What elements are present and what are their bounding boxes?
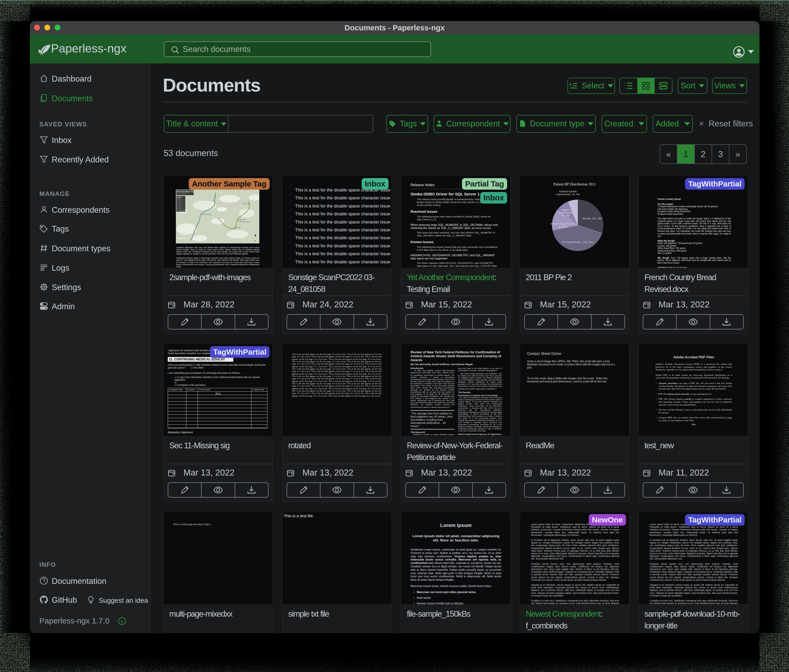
svg-text:Google Earth: Google Earth [177, 237, 189, 239]
svg-text:Castle Island: Castle Island [233, 227, 241, 228]
svg-text:Half Day Island: Half Day Island [237, 219, 246, 220]
svg-text:Legend: Legend [177, 197, 181, 198]
svg-text:Day 3: Day 3 [179, 202, 181, 204]
svg-text:Day 1: Day 1 [179, 199, 181, 200]
svg-text:Boundary Waters Trip: Boundary Waters Trip [177, 191, 194, 193]
svg-text:Tent L...: Tent L... [217, 217, 222, 219]
svg-text:New Found Island: New Found Island [201, 213, 212, 215]
svg-text:N: N [254, 240, 256, 242]
svg-text:Day 6: Day 6 [179, 208, 181, 209]
svg-text:Washington Island: Washington Island [239, 221, 250, 223]
svg-text:Day 5: Day 5 [179, 206, 181, 207]
svg-text:©2017 Google: ©2017 Google [177, 240, 184, 241]
svg-text:Day 2: Day 2 [179, 201, 181, 202]
svg-text:Day 4: Day 4 [179, 204, 181, 205]
svg-text:Six days in BWCA: Six days in BWCA [177, 193, 186, 194]
svg-text:Hawkins Island: Hawkins Island [242, 203, 251, 205]
svg-text:Entry Point 34: Entry Point 34 [179, 210, 185, 211]
